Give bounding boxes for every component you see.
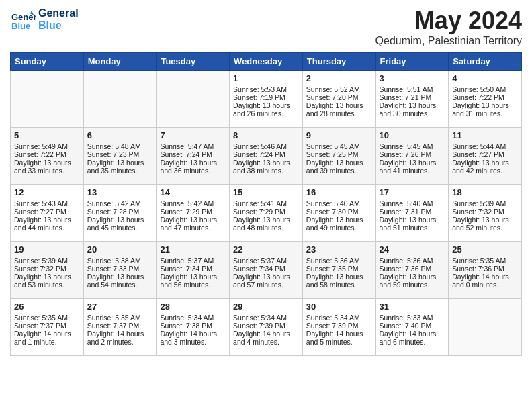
calendar-cell: 9Sunrise: 5:45 AMSunset: 7:25 PMDaylight… xyxy=(302,128,375,185)
day-info: and 31 minutes. xyxy=(452,109,518,118)
day-info: Daylight: 14 hours xyxy=(233,330,299,338)
day-info: and 6 minutes. xyxy=(380,338,445,346)
day-info: and 38 minutes. xyxy=(233,167,299,175)
day-info: Sunset: 7:39 PM xyxy=(233,322,299,330)
day-info: Sunrise: 5:41 AM xyxy=(233,199,299,208)
day-info: Sunrise: 5:45 AM xyxy=(380,142,445,150)
day-info: Sunrise: 5:35 AM xyxy=(452,257,518,265)
day-info: Daylight: 13 hours xyxy=(14,273,80,281)
day-info: Sunset: 7:24 PM xyxy=(160,150,226,158)
day-info: Sunset: 7:25 PM xyxy=(306,150,372,158)
calendar-cell: 13Sunrise: 5:42 AMSunset: 7:28 PMDayligh… xyxy=(83,185,157,242)
day-header-wednesday: Wednesday xyxy=(230,53,303,71)
day-info: Sunset: 7:28 PM xyxy=(87,208,153,216)
day-number: 31 xyxy=(380,302,445,312)
day-info: Sunset: 7:22 PM xyxy=(452,93,518,101)
day-info: and 51 minutes. xyxy=(380,224,445,232)
day-info: Sunrise: 5:47 AM xyxy=(160,142,226,150)
day-info: Sunrise: 5:40 AM xyxy=(306,199,372,208)
day-info: Daylight: 13 hours xyxy=(380,216,445,224)
day-number: 29 xyxy=(233,302,299,312)
day-number: 18 xyxy=(452,187,518,197)
day-info: and 57 minutes. xyxy=(233,281,299,289)
day-info: and 4 minutes. xyxy=(233,338,299,346)
day-info: Sunset: 7:33 PM xyxy=(87,265,153,273)
calendar-cell: 15Sunrise: 5:41 AMSunset: 7:29 PMDayligh… xyxy=(230,185,303,242)
day-info: Sunrise: 5:50 AM xyxy=(452,85,518,93)
day-number: 2 xyxy=(306,73,372,83)
day-info: Sunset: 7:29 PM xyxy=(160,208,226,216)
day-header-sunday: Sunday xyxy=(11,53,84,71)
day-info: and 48 minutes. xyxy=(233,224,299,232)
day-number: 30 xyxy=(306,302,372,312)
day-info: Daylight: 13 hours xyxy=(87,216,153,224)
day-info: Daylight: 14 hours xyxy=(306,330,372,338)
day-info: Sunset: 7:36 PM xyxy=(452,265,518,273)
day-info: Daylight: 13 hours xyxy=(233,273,299,281)
calendar-cell: 26Sunrise: 5:35 AMSunset: 7:37 PMDayligh… xyxy=(11,299,84,356)
day-header-tuesday: Tuesday xyxy=(157,53,230,71)
calendar-week-5: 26Sunrise: 5:35 AMSunset: 7:37 PMDayligh… xyxy=(11,299,522,356)
day-info: and 0 minutes. xyxy=(452,281,518,289)
day-info: Sunset: 7:38 PM xyxy=(160,322,226,330)
day-info: Daylight: 13 hours xyxy=(306,158,372,167)
day-info: Sunset: 7:40 PM xyxy=(380,322,445,330)
calendar-cell: 7Sunrise: 5:47 AMSunset: 7:24 PMDaylight… xyxy=(157,128,230,185)
day-info: Sunset: 7:24 PM xyxy=(233,150,299,158)
day-info: Sunrise: 5:35 AM xyxy=(87,314,153,322)
calendar-cell: 17Sunrise: 5:40 AMSunset: 7:31 PMDayligh… xyxy=(375,185,449,242)
day-info: Sunset: 7:31 PM xyxy=(380,208,445,216)
day-info: Daylight: 13 hours xyxy=(380,158,445,167)
calendar-cell: 24Sunrise: 5:36 AMSunset: 7:36 PMDayligh… xyxy=(375,242,449,299)
day-info: Sunrise: 5:52 AM xyxy=(306,85,372,93)
day-info: Sunset: 7:32 PM xyxy=(452,208,518,216)
calendar-cell: 21Sunrise: 5:37 AMSunset: 7:34 PMDayligh… xyxy=(157,242,230,299)
day-number: 28 xyxy=(160,302,226,312)
day-info: Sunset: 7:26 PM xyxy=(380,150,445,158)
calendar-cell xyxy=(449,299,522,356)
day-number: 17 xyxy=(380,187,445,197)
day-number: 6 xyxy=(87,130,153,140)
calendar-week-1: 1Sunrise: 5:53 AMSunset: 7:19 PMDaylight… xyxy=(11,71,522,128)
calendar-body: 1Sunrise: 5:53 AMSunset: 7:19 PMDaylight… xyxy=(11,71,522,356)
day-info: Daylight: 13 hours xyxy=(87,273,153,281)
day-info: and 59 minutes. xyxy=(380,281,445,289)
day-number: 8 xyxy=(233,130,299,140)
day-info: Daylight: 13 hours xyxy=(452,216,518,224)
day-number: 24 xyxy=(380,244,445,255)
day-info: Daylight: 14 hours xyxy=(87,330,153,338)
day-info: Sunrise: 5:51 AM xyxy=(380,85,445,93)
day-info: Sunrise: 5:43 AM xyxy=(14,199,80,208)
day-info: Sunset: 7:32 PM xyxy=(14,265,80,273)
day-info: Daylight: 13 hours xyxy=(452,101,518,109)
day-info: Daylight: 14 hours xyxy=(14,330,80,338)
day-info: Sunrise: 5:37 AM xyxy=(160,257,226,265)
day-info: Daylight: 14 hours xyxy=(380,330,445,338)
day-info: Sunset: 7:20 PM xyxy=(306,93,372,101)
day-info: Sunrise: 5:42 AM xyxy=(160,199,226,208)
day-info: and 26 minutes. xyxy=(233,109,299,118)
calendar-cell: 19Sunrise: 5:39 AMSunset: 7:32 PMDayligh… xyxy=(11,242,84,299)
day-header-monday: Monday xyxy=(83,53,157,71)
day-info: Sunset: 7:29 PM xyxy=(233,208,299,216)
day-info: Daylight: 13 hours xyxy=(233,216,299,224)
calendar-table: SundayMondayTuesdayWednesdayThursdayFrid… xyxy=(10,52,522,356)
day-info: Sunset: 7:39 PM xyxy=(306,322,372,330)
day-number: 14 xyxy=(160,187,226,197)
day-info: and 1 minute. xyxy=(14,338,80,346)
day-info: Daylight: 13 hours xyxy=(233,101,299,109)
day-info: and 30 minutes. xyxy=(380,109,445,118)
day-info: Sunset: 7:21 PM xyxy=(380,93,445,101)
day-header-saturday: Saturday xyxy=(449,53,522,71)
day-info: Sunrise: 5:36 AM xyxy=(380,257,445,265)
calendar-cell: 20Sunrise: 5:38 AMSunset: 7:33 PMDayligh… xyxy=(83,242,157,299)
day-number: 20 xyxy=(87,244,153,255)
day-number: 19 xyxy=(14,244,80,255)
day-info: and 47 minutes. xyxy=(160,224,226,232)
day-number: 9 xyxy=(306,130,372,140)
day-number: 10 xyxy=(380,130,445,140)
day-number: 25 xyxy=(452,244,518,255)
day-info: and 39 minutes. xyxy=(306,167,372,175)
day-info: Sunset: 7:23 PM xyxy=(87,150,153,158)
day-info: Sunrise: 5:35 AM xyxy=(14,314,80,322)
